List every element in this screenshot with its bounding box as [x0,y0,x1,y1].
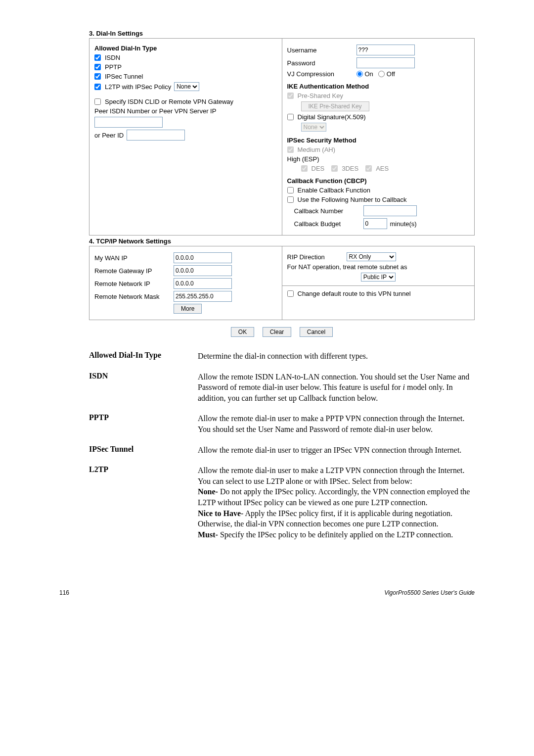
3des-label: 3DES [342,165,358,172]
specify-clid-row: Specify ISDN CLID or Remote VPN Gateway [94,98,277,105]
desc-allowed-text: Determine the dial-in connection with di… [198,351,475,362]
enable-callback-row: Enable Callback Function [287,187,470,194]
nat-select[interactable]: Public IP [361,273,396,282]
rip-label: RIP Direction [287,253,347,261]
username-row: Username [287,45,470,55]
callback-number-label: Callback Number [287,207,363,215]
page-number: 116 [59,589,69,596]
desc-pptp-label: PPTP [89,413,198,434]
desc-l2tp-t1: Allow the remote dial-in user to make a … [198,465,475,486]
section3-title: 3. Dial-In Settings [89,30,475,37]
desc-isdn: ISDN Allow the remote ISDN LAN-to-LAN co… [89,372,475,404]
medium-checkbox [287,146,294,153]
none-select-row: None [301,123,470,132]
tcpip-settings-box: My WAN IP Remote Gateway IP Remote Netwo… [89,246,475,320]
vj-label: VJ Compression [287,70,356,78]
l2tp-policy-select[interactable]: None [174,82,199,91]
tcpip-right: RIP Direction RX Only For NAT operation,… [282,246,475,320]
peer-ip-input[interactable] [94,117,163,128]
clear-button[interactable]: Clear [263,327,292,337]
digital-sig-label: Digital Signature(X.509) [298,113,366,121]
remote-net-label: Remote Network IP [94,280,174,287]
preshared-label: Pre-Shared Key [298,92,344,99]
or-peer-id-label: or Peer ID [94,132,124,139]
cipher-row: DES 3DES AES [301,165,470,172]
minutes-label: minute(s) [390,220,417,228]
specify-clid-checkbox[interactable] [94,98,101,105]
desc-l2tp-t3: Nice to Have- Apply the IPSec policy fir… [198,508,475,529]
desc-isdn-text: Allow the remote ISDN LAN-to-LAN connect… [198,372,475,404]
pptp-row: PPTP [94,63,277,71]
isdn-row: ISDN [94,54,277,61]
tcpip-left: My WAN IP Remote Gateway IP Remote Netwo… [89,246,282,320]
remote-net-row: Remote Network IP [94,278,277,289]
description-table: Allowed Dial-In Type Determine the dial-… [89,351,475,540]
desc-l2tp-t2: None- Do not apply the IPSec policy. Acc… [198,486,475,508]
more-row: More [94,304,277,314]
ipsec-label: IPSec Tunnel [105,73,143,80]
desc-l2tp-text: Allow the remote dial-in user to make a … [198,465,475,540]
password-input[interactable] [356,57,415,68]
ipsec-checkbox[interactable] [94,73,101,80]
cancel-button[interactable]: Cancel [300,327,333,337]
desc-pptp-text: Allow the remote dial-in user to make a … [198,413,475,434]
password-row: Password [287,57,470,68]
my-wan-row: My WAN IP [94,252,277,263]
digital-sig-checkbox[interactable] [287,114,294,120]
right-column: Username Password VJ Compression On Off … [282,39,475,235]
callback-budget-input[interactable] [363,218,387,229]
none-select: None [301,123,326,132]
ok-button[interactable]: OK [231,327,254,337]
desc-ipsec-label: IPSec Tunnel [89,445,198,456]
vj-off-radio[interactable] [378,71,385,77]
desc-allowed-label: Allowed Dial-In Type [89,351,198,362]
left-column: Allowed Dial-In Type ISDN PPTP IPSec Tun… [89,39,282,235]
change-route-checkbox[interactable] [287,290,294,297]
enable-callback-checkbox[interactable] [287,187,294,193]
des-label: DES [312,165,325,172]
remote-net-input[interactable] [174,278,232,289]
pptp-label: PPTP [105,63,122,71]
change-route-row: Change default route to this VPN tunnel [287,290,470,297]
aes-checkbox [365,165,372,172]
l2tp-checkbox[interactable] [94,84,101,90]
nat-select-row: Public IP [287,273,470,282]
desc-l2tp-t2b: Do not apply the IPSec policy. According… [198,487,470,507]
specify-clid-label: Specify ISDN CLID or Remote VPN Gateway [105,98,233,105]
isdn-checkbox[interactable] [94,54,101,61]
section4-title: 4. TCP/IP Network Settings [89,237,475,245]
username-label: Username [287,47,356,54]
button-row: OK Clear Cancel [89,327,475,337]
high-label: High (ESP) [287,155,470,163]
remote-gw-row: Remote Gateway IP [94,265,277,276]
medium-label: Medium (AH) [298,146,336,153]
guide-name: VigorPro5500 Series User's Guide [384,589,475,596]
more-button[interactable]: More [174,304,202,314]
aes-label: AES [376,165,389,172]
remote-mask-input[interactable] [174,291,232,302]
vj-on-radio[interactable] [356,71,363,77]
remote-gw-input[interactable] [174,265,232,276]
use-following-checkbox[interactable] [287,196,294,203]
callback-number-row: Callback Number [287,205,470,216]
l2tp-label: L2TP with IPSec Policy [105,83,171,91]
callback-budget-row: Callback Budget minute(s) [287,218,470,229]
desc-l2tp: L2TP Allow the remote dial-in user to ma… [89,465,475,540]
username-input[interactable] [356,45,415,55]
dial-in-settings-box: Allowed Dial-In Type ISDN PPTP IPSec Tun… [89,38,475,236]
my-wan-input[interactable] [174,252,232,263]
vj-off-label: Off [387,70,395,78]
desc-allowed: Allowed Dial-In Type Determine the dial-… [89,351,475,362]
vj-on-label: On [365,70,373,78]
rip-row: RIP Direction RX Only [287,252,470,261]
peer-ip-label-row: Peer ISDN Number or Peer VPN Server IP [94,107,277,115]
preshared-row: Pre-Shared Key [287,92,470,99]
desc-pptp: PPTP Allow the remote dial-in user to ma… [89,413,475,434]
use-following-row: Use the Following Number to Callback [287,196,470,203]
desc-l2tp-t4: Must- Specify the IPSec policy to be def… [198,529,475,540]
callback-number-input[interactable] [363,205,417,216]
pptp-checkbox[interactable] [94,64,101,70]
medium-row: Medium (AH) [287,146,470,153]
rip-select[interactable]: RX Only [347,252,396,261]
peer-id-input[interactable] [127,130,185,141]
